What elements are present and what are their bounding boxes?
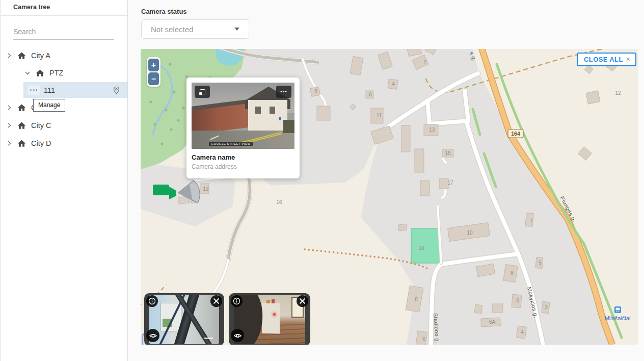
map-housenumber: 7 xyxy=(530,217,533,223)
tree-item-111-selected[interactable]: 111 xyxy=(23,82,127,98)
map-housenumber: 4 xyxy=(521,329,524,335)
home-icon xyxy=(35,68,45,78)
map-housenumber: 8 xyxy=(511,270,514,276)
location-pin-icon[interactable] xyxy=(112,85,121,95)
map-housenumber: 4 xyxy=(392,81,395,87)
tree-item-ptz[interactable]: PTZ xyxy=(1,64,127,82)
home-icon xyxy=(17,139,26,148)
close-icon[interactable] xyxy=(210,295,222,307)
video-frame xyxy=(149,295,219,344)
map-housenumber: 6 xyxy=(369,92,372,97)
chevron-right-icon[interactable] xyxy=(6,122,12,128)
map-housenumber: 6 xyxy=(422,337,425,342)
close-all-label: CLOSE ALL xyxy=(584,56,623,63)
popup-camera-address: Camera address xyxy=(192,163,294,170)
map-housenumber: 16 xyxy=(276,199,282,205)
tree-item-city-c[interactable]: City C xyxy=(1,117,127,134)
map-housenumber: 15 xyxy=(445,150,451,156)
chevron-right-icon[interactable] xyxy=(6,105,12,111)
chevron-down-icon[interactable] xyxy=(24,70,31,76)
map-housenumber: 10 xyxy=(467,230,473,236)
map-housenumber: 12 xyxy=(615,90,621,96)
info-icon[interactable] xyxy=(231,295,243,307)
zoom-out-button[interactable]: − xyxy=(148,72,159,85)
eye-icon[interactable] xyxy=(146,329,159,342)
map-housenumber: 17 xyxy=(447,180,453,186)
close-all-button[interactable]: CLOSE ALL × xyxy=(577,53,636,66)
camera-tree-panel: Camera tree City A PTZ 111 City B Manage… xyxy=(0,0,128,361)
video-frame xyxy=(234,295,305,344)
zoom-in-button[interactable]: + xyxy=(148,59,159,71)
dropdown-value: Not selected xyxy=(151,25,234,34)
chevron-right-icon[interactable] xyxy=(6,140,12,146)
camera-preview-thumbnail[interactable] xyxy=(229,293,310,345)
camera-popup[interactable]: GOOGLE STREET VIEW ••• Camera name Camer… xyxy=(186,78,300,178)
chevron-right-icon[interactable] xyxy=(6,53,12,59)
map-housenumber: 11 xyxy=(377,113,382,118)
tree-item-label: 111 xyxy=(44,86,55,94)
home-icon xyxy=(17,51,26,61)
map-housenumber: 10 xyxy=(418,245,424,251)
home-icon xyxy=(17,103,26,113)
map-housenumber: 2 xyxy=(423,60,426,65)
svg-text:164: 164 xyxy=(511,131,520,137)
map-zoom-control: + − xyxy=(147,57,160,87)
map-housenumber: 8 xyxy=(314,89,317,94)
eye-icon[interactable] xyxy=(231,329,244,342)
search-input[interactable] xyxy=(13,25,114,40)
map-housenumber: 6A xyxy=(489,319,496,325)
tree-item-city-a[interactable]: City A xyxy=(1,47,127,64)
map-housenumber: 6 xyxy=(516,298,519,303)
street-view-badge: GOOGLE STREET VIEW xyxy=(209,142,252,146)
street-view-photo: GOOGLE STREET VIEW ••• xyxy=(192,83,294,149)
camera-preview-thumbnail[interactable] xyxy=(144,293,224,345)
camera-status-label: Camera status xyxy=(141,8,187,15)
road-ref-badge: 164 xyxy=(508,130,523,138)
tree-item-city-d[interactable]: City D xyxy=(1,135,127,152)
more-options-icon[interactable] xyxy=(28,85,40,95)
camera-status-dropdown[interactable]: Not selected xyxy=(141,19,249,39)
tree-item-label: City C xyxy=(31,121,51,130)
map-housenumber: 13 xyxy=(203,186,209,192)
manage-tooltip: Manage xyxy=(33,99,65,112)
panel-title: Camera tree xyxy=(13,4,50,11)
popout-icon[interactable] xyxy=(195,86,210,98)
map-housenumber: 5 xyxy=(539,260,542,266)
map-canvas[interactable]: 164 Milašaičiai 246811131517131612101075… xyxy=(141,49,638,345)
tree-item-label: City D xyxy=(31,139,51,147)
more-options-icon[interactable]: ••• xyxy=(276,86,291,98)
info-icon[interactable] xyxy=(146,295,158,307)
divider xyxy=(1,15,127,16)
tree-item-label: City A xyxy=(31,51,50,60)
map-housenumber: 3 xyxy=(545,304,548,310)
map-housenumber: 8 xyxy=(415,297,418,302)
chevron-down-icon xyxy=(234,28,239,31)
bus-stop-icon xyxy=(614,306,621,313)
close-icon[interactable] xyxy=(297,295,308,307)
close-icon: × xyxy=(626,55,630,63)
tree-item-label: PTZ xyxy=(49,69,63,77)
map-housenumber: 13 xyxy=(429,127,435,133)
place-label: Milašaičiai xyxy=(605,315,631,321)
home-icon xyxy=(17,121,26,131)
popup-camera-name: Camera name xyxy=(192,153,294,161)
